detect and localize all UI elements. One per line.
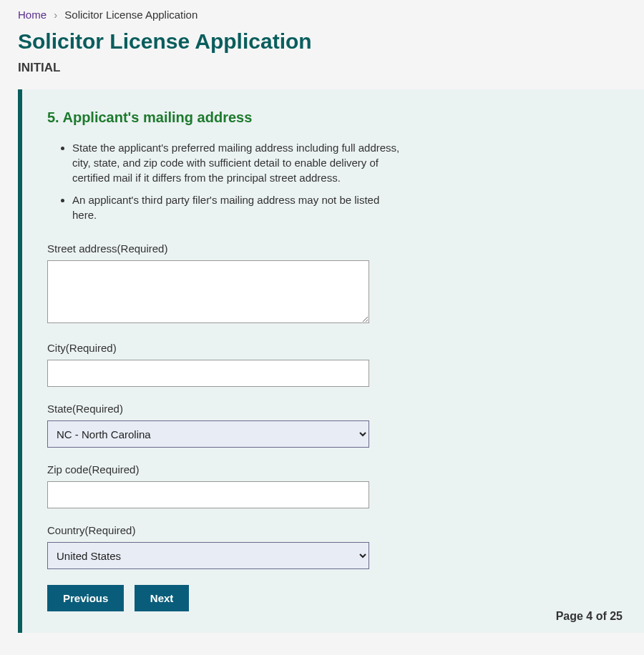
country-label: Country(Required)	[47, 524, 369, 536]
city-label: City(Required)	[47, 342, 369, 354]
city-input[interactable]	[47, 360, 369, 387]
page-subtitle: INITIAL	[0, 61, 644, 89]
chevron-right-icon: ›	[54, 9, 57, 21]
section-title: 5. Applicant's mailing address	[47, 109, 619, 126]
zip-label: Zip code(Required)	[47, 463, 369, 476]
zip-input[interactable]	[47, 481, 369, 508]
instructions-list: State the applicant's preferred mailing …	[47, 140, 401, 222]
state-select[interactable]: NC - North Carolina	[47, 420, 369, 448]
state-label: State(Required)	[47, 403, 369, 415]
breadcrumb: Home › Solicitor License Application	[0, 0, 644, 29]
page-indicator: Page 4 of 25	[556, 610, 623, 623]
country-select[interactable]: United States	[47, 542, 369, 569]
previous-button[interactable]: Previous	[47, 585, 124, 611]
breadcrumb-current: Solicitor License Application	[64, 9, 197, 21]
next-button[interactable]: Next	[135, 585, 190, 611]
breadcrumb-home-link[interactable]: Home	[18, 9, 47, 21]
form-panel: 5. Applicant's mailing address State the…	[18, 89, 644, 633]
street-address-label: Street address(Required)	[47, 242, 369, 255]
page-title: Solicitor License Application	[0, 29, 644, 61]
street-address-input[interactable]	[47, 260, 369, 323]
instruction-item: An applicant's third party filer's maili…	[72, 192, 401, 222]
button-row: Previous Next	[47, 585, 619, 611]
instruction-item: State the applicant's preferred mailing …	[72, 140, 401, 185]
